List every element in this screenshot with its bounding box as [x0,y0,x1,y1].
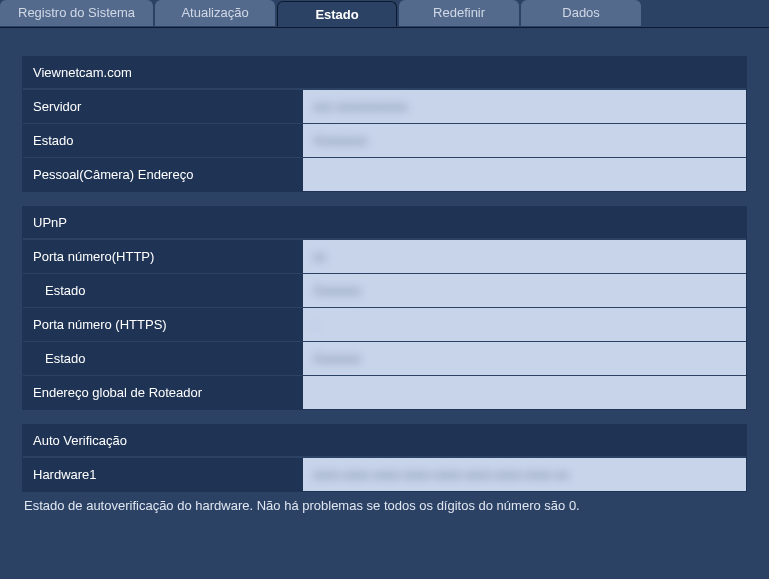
value-http-status: Xxxxxxx [303,274,746,307]
label-vnc-status: Estado [23,124,303,157]
tab-update[interactable]: Atualização [155,0,275,26]
label-server: Servidor [23,90,303,123]
row-http-port: Porta número(HTTP) xx [23,239,746,273]
tab-system-log[interactable]: Registro do Sistema [0,0,153,26]
label-https-port: Porta número (HTTPS) [23,308,303,341]
row-router-address: Endereço global de Roteador [23,375,746,409]
row-https-port: Porta número (HTTPS) - [23,307,746,341]
tab-status[interactable]: Estado [277,1,397,27]
value-server: xxx xxxxxxxxxxx [303,90,746,123]
section-upnp: UPnP Porta número(HTTP) xx Estado Xxxxxx… [22,206,747,410]
section-selfcheck: Auto Verificação Hardware1 xxxx-xxxx-xxx… [22,424,747,492]
label-https-status: Estado [23,342,303,375]
row-vnc-status: Estado Xxxxxxxx [23,123,746,157]
value-vnc-status: Xxxxxxxx [303,124,746,157]
value-https-port: - [303,308,746,341]
value-personal-address [303,158,746,191]
tab-bar: Registro do Sistema Atualização Estado R… [0,0,769,28]
label-router-address: Endereço global de Roteador [23,376,303,409]
label-personal-address: Pessoal(Câmera) Endereço [23,158,303,191]
section-viewnetcam: Viewnetcam.com Servidor xxx xxxxxxxxxxx … [22,56,747,192]
label-http-port: Porta número(HTTP) [23,240,303,273]
label-hardware1: Hardware1 [23,458,303,491]
label-http-status: Estado [23,274,303,307]
row-http-status: Estado Xxxxxxx [23,273,746,307]
value-hardware1: xxxx-xxxx-xxxx-xxxx-xxxx-xxxx-xxxx-xxxx-… [303,458,746,491]
tab-reset[interactable]: Redefinir [399,0,519,26]
tab-data[interactable]: Dados [521,0,641,26]
row-https-status: Estado Xxxxxxx [23,341,746,375]
section-header-selfcheck: Auto Verificação [23,425,746,457]
section-header-viewnetcam: Viewnetcam.com [23,57,746,89]
content-area: Viewnetcam.com Servidor xxx xxxxxxxxxxx … [0,28,769,523]
row-server: Servidor xxx xxxxxxxxxxx [23,89,746,123]
footnote-selfcheck: Estado de autoverificação do hardware. N… [22,494,747,513]
value-router-address [303,376,746,409]
value-http-port: xx [303,240,746,273]
section-header-upnp: UPnP [23,207,746,239]
value-https-status: Xxxxxxx [303,342,746,375]
row-hardware1: Hardware1 xxxx-xxxx-xxxx-xxxx-xxxx-xxxx-… [23,457,746,491]
row-personal-address: Pessoal(Câmera) Endereço [23,157,746,191]
